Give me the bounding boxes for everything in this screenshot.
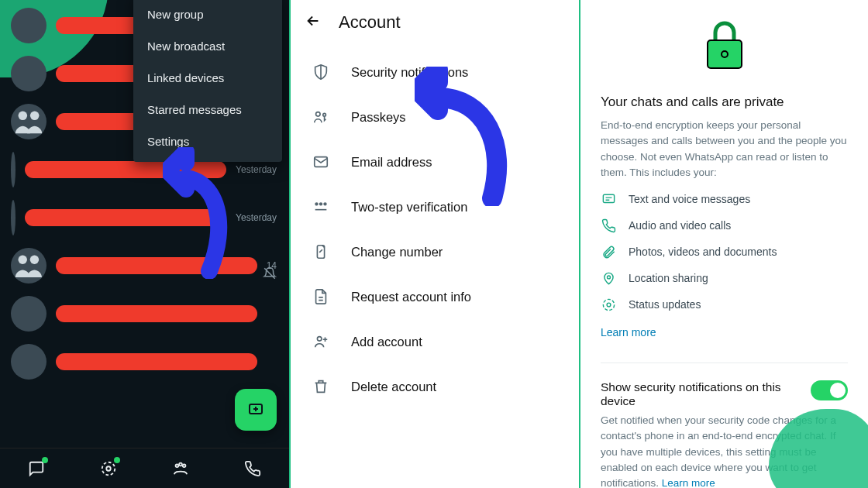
menu-item-settings[interactable]: Settings: [133, 125, 282, 157]
row-label: Email address: [351, 155, 432, 170]
add-person-icon: [311, 332, 331, 352]
redaction: [56, 353, 257, 370]
sim-icon: [311, 242, 331, 262]
lock-illustration: [601, 0, 848, 95]
mail-icon: [311, 152, 331, 172]
avatar: [11, 200, 16, 235]
toggle-title: Show security notifications on this devi…: [601, 380, 794, 408]
tab-communities[interactable]: [164, 452, 197, 485]
row-label: Security notifications: [351, 65, 468, 80]
paperclip-icon: [601, 244, 616, 259]
svg-point-22: [603, 299, 614, 310]
svg-point-15: [324, 203, 326, 205]
learn-more-link[interactable]: Learn more: [601, 326, 656, 339]
svg-point-10: [316, 112, 321, 117]
svg-point-7: [176, 464, 179, 467]
learn-more-link[interactable]: Learn more: [662, 477, 715, 488]
message-icon: [601, 191, 616, 207]
row-label: Delete account: [351, 380, 436, 394]
svg-point-23: [607, 303, 611, 307]
new-chat-fab[interactable]: [235, 389, 277, 431]
row-label: Add account: [351, 335, 422, 349]
svg-point-1: [30, 112, 40, 121]
row-change-number[interactable]: Change number: [291, 229, 579, 274]
row-add-account[interactable]: Add account: [291, 319, 579, 364]
svg-point-0: [19, 112, 28, 121]
redaction: [25, 161, 226, 178]
svg-point-8: [179, 462, 182, 466]
feature-row: Text and voice messages: [601, 191, 848, 207]
svg-point-6: [106, 466, 111, 471]
avatar: [11, 56, 46, 91]
security-panel: Your chats and calls are private End-to-…: [579, 0, 868, 488]
chat-row[interactable]: 14: [0, 242, 289, 290]
account-title: Account: [339, 12, 401, 33]
avatar: [11, 8, 46, 43]
document-icon: [311, 287, 331, 307]
avatar: [11, 152, 16, 187]
chat-row[interactable]: Yesterday: [0, 194, 289, 242]
svg-point-21: [607, 275, 610, 278]
redaction: [56, 257, 257, 274]
avatar: [11, 248, 46, 284]
row-label: Two-step verification: [351, 200, 467, 215]
row-passkeys[interactable]: Passkeys: [291, 95, 579, 139]
chat-time: Yesterday: [236, 212, 278, 223]
svg-point-3: [30, 256, 39, 264]
svg-rect-20: [603, 194, 614, 202]
svg-point-17: [317, 337, 322, 342]
row-two-step-verification[interactable]: Two-step verification: [291, 184, 579, 229]
back-icon[interactable]: [305, 12, 322, 33]
mute-icon: [263, 266, 277, 284]
avatar: [11, 104, 46, 139]
svg-rect-18: [708, 40, 742, 68]
tab-calls[interactable]: [236, 452, 269, 485]
security-notifications-toggle[interactable]: [811, 380, 848, 400]
menu-item-new-group[interactable]: New group: [133, 0, 282, 30]
menu-item-linked-devices[interactable]: Linked devices: [133, 62, 282, 94]
trash-icon: [311, 376, 331, 397]
row-security-notifications[interactable]: Security notifications: [291, 50, 579, 95]
overflow-menu: New group New broadcast Linked devices S…: [133, 0, 282, 162]
account-panel: Account Security notifications Passkeys …: [291, 0, 579, 488]
chats-panel: Yesterday Yesterday 14 New group New bro…: [0, 0, 291, 488]
passkey-icon: [311, 107, 331, 127]
feature-text: Location sharing: [629, 272, 708, 284]
redaction: [56, 305, 257, 322]
feature-row: Audio and video calls: [601, 218, 848, 233]
row-label: Change number: [351, 245, 443, 259]
chat-time: Yesterday: [236, 164, 278, 175]
feature-row: Status updates: [601, 297, 848, 312]
status-icon: [601, 297, 616, 312]
redaction: [25, 209, 226, 226]
feature-text: Text and voice messages: [629, 193, 750, 205]
svg-point-11: [323, 113, 326, 116]
row-email-address[interactable]: Email address: [291, 139, 579, 184]
svg-point-14: [320, 203, 322, 205]
svg-point-2: [19, 256, 27, 264]
menu-item-starred-messages[interactable]: Starred messages: [133, 94, 282, 125]
tab-updates[interactable]: [92, 452, 125, 485]
row-delete-account[interactable]: Delete account: [291, 364, 579, 409]
avatar: [11, 296, 46, 332]
pin-icon: [311, 197, 331, 217]
security-description: End-to-end encryption keeps your persona…: [601, 118, 848, 180]
feature-text: Status updates: [629, 298, 701, 311]
svg-point-5: [102, 462, 115, 475]
shield-icon: [311, 62, 331, 82]
row-request-account-info[interactable]: Request account info: [291, 274, 579, 319]
security-heading: Your chats and calls are private: [601, 95, 848, 110]
feature-text: Photos, videos and documents: [629, 246, 777, 258]
row-label: Passkeys: [351, 110, 406, 125]
location-icon: [601, 270, 616, 286]
svg-point-13: [315, 203, 318, 205]
menu-item-new-broadcast[interactable]: New broadcast: [133, 30, 282, 62]
feature-row: Photos, videos and documents: [601, 244, 848, 259]
feature-row: Location sharing: [601, 270, 848, 286]
chat-row[interactable]: [0, 338, 289, 386]
feature-text: Audio and video calls: [629, 219, 731, 232]
chat-row[interactable]: [0, 290, 289, 338]
tab-chats[interactable]: [20, 452, 53, 485]
row-label: Request account info: [351, 290, 471, 304]
svg-point-9: [183, 464, 186, 467]
